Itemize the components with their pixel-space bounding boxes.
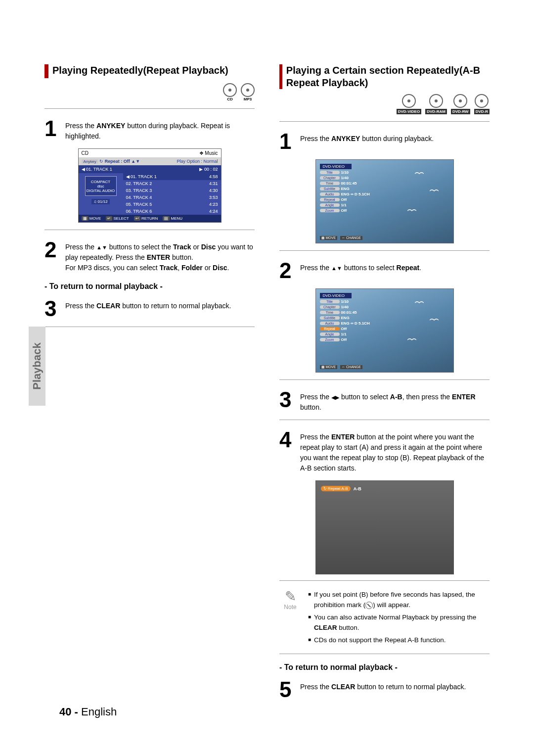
return-normal-header: - To return to normal playback - bbox=[279, 663, 490, 672]
accent-bar bbox=[279, 64, 282, 89]
disc-badge: DVD-R bbox=[474, 94, 490, 114]
step-text: Press the ANYKEY button during playback. bbox=[300, 131, 434, 144]
step-number: 1 bbox=[44, 118, 59, 140]
return-normal-header: - To return to normal playback - bbox=[44, 282, 255, 291]
step-text: Press the CLEAR button to return to norm… bbox=[65, 298, 231, 311]
section-side-tab: Playback bbox=[29, 327, 45, 406]
divider bbox=[44, 327, 255, 327]
disc-badge-mp3: MP3 bbox=[241, 83, 255, 101]
step-number: 3 bbox=[44, 298, 59, 320]
right-section-header: Playing a Certain section Repeatedly(A-B… bbox=[279, 64, 490, 89]
right-step-3: 3 Press the ◀▶ button to select A-B, the… bbox=[279, 389, 490, 413]
left-section-title: Playing Repeatedly(Repeat Playback) bbox=[52, 64, 228, 77]
disc-badge: DVD-RW bbox=[451, 94, 470, 114]
side-tab-label: Playback bbox=[31, 342, 44, 389]
cd-tracklist-osd: CD❖ Music Anykey ↻ Repeat : Off ▲▼ Play … bbox=[78, 148, 222, 223]
page-language: English bbox=[81, 706, 117, 718]
step-text: Press the ◀▶ button to select A-B, then … bbox=[300, 389, 490, 413]
right-step-1: 1 Press the ANYKEY button during playbac… bbox=[279, 131, 490, 152]
divider bbox=[279, 379, 490, 380]
left-step-1: 1 Press the ANYKEY button during playbac… bbox=[44, 118, 255, 142]
accent-bar bbox=[44, 64, 48, 78]
page-number: 40 - bbox=[59, 706, 78, 718]
disc-badge: DVD-VIDEO bbox=[397, 94, 421, 114]
step-number: 5 bbox=[279, 679, 294, 701]
dvd-osd-illustration-2: DVD-VIDEO Title1/10 Chapter1/40 Time00:0… bbox=[315, 288, 454, 373]
disc-badge: DVD-RAM bbox=[425, 94, 447, 114]
right-step-5: 5 Press the CLEAR button to return to no… bbox=[279, 679, 490, 701]
divider bbox=[44, 230, 255, 230]
step-number: 4 bbox=[279, 429, 294, 451]
right-step-2: 2 Press the ▲▼ buttons to select Repeat. bbox=[279, 260, 490, 282]
step-number: 2 bbox=[279, 260, 294, 282]
left-section-header: Playing Repeatedly(Repeat Playback) bbox=[44, 64, 255, 78]
step-text: Press the CLEAR button to return to norm… bbox=[300, 679, 466, 692]
divider bbox=[279, 121, 490, 122]
note-icon: ✎ bbox=[279, 590, 301, 604]
note-body: ■If you set point (B) before five second… bbox=[308, 590, 490, 648]
divider bbox=[279, 250, 490, 251]
note-block: ✎ Note ■If you set point (B) before five… bbox=[279, 590, 490, 648]
disc-badge-cd: CD bbox=[223, 83, 237, 101]
note-label: Note bbox=[279, 604, 301, 611]
page-footer: 40 - English bbox=[59, 706, 117, 718]
step-number: 3 bbox=[279, 389, 294, 411]
divider bbox=[44, 108, 255, 109]
prohibition-icon bbox=[365, 602, 373, 609]
divider bbox=[279, 654, 490, 654]
step-number: 1 bbox=[279, 131, 294, 152]
right-section-title: Playing a Certain section Repeatedly(A-B… bbox=[286, 64, 490, 89]
left-step-3: 3 Press the CLEAR button to return to no… bbox=[44, 298, 255, 320]
divider bbox=[279, 580, 490, 581]
step-text: Press the ENTER button at the point wher… bbox=[300, 429, 490, 473]
right-disc-badges: DVD-VIDEO DVD-RAM DVD-RW DVD-R bbox=[279, 94, 490, 114]
compact-disc-logo: COMPACTdiscDIGITAL AUDIO bbox=[85, 176, 117, 196]
step-text: Press the ▲▼ buttons to select Repeat. bbox=[300, 260, 421, 273]
step-text: Press the ▲▼ buttons to select the Track… bbox=[65, 239, 255, 273]
right-step-4: 4 Press the ENTER button at the point wh… bbox=[279, 429, 490, 473]
divider bbox=[279, 420, 490, 420]
left-step-2: 2 Press the ▲▼ buttons to select the Tra… bbox=[44, 239, 255, 273]
step-number: 2 bbox=[44, 239, 59, 261]
left-disc-badges: CD MP3 bbox=[44, 83, 255, 101]
step-text: Press the ANYKEY button during playback.… bbox=[65, 118, 255, 142]
dvd-osd-illustration-1: DVD-VIDEO Title1/10 Chapter1/40 Time00:0… bbox=[315, 159, 454, 243]
repeat-ab-illustration: ↻ Repeat A-B A-B bbox=[315, 480, 454, 574]
